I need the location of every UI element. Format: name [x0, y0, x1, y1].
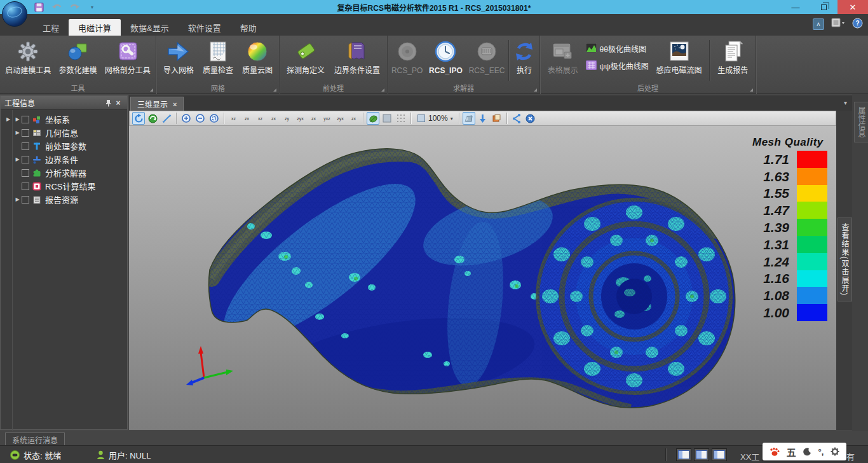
- close-view-button[interactable]: [524, 112, 537, 125]
- ime-mode-label[interactable]: 五: [787, 445, 796, 459]
- close-button[interactable]: ✕: [837, 0, 868, 14]
- group-expand-icon[interactable]: [273, 88, 276, 92]
- tree-checkbox[interactable]: [22, 156, 29, 163]
- clip-plane-button[interactable]: [463, 112, 475, 125]
- viewport-3d[interactable]: Mesh Quality 1.71 1.63 1.55 1.47 1.39 1.…: [129, 126, 836, 430]
- chevron-right-icon[interactable]: ▶: [13, 116, 22, 122]
- collapse-ribbon-button[interactable]: ˄: [813, 18, 824, 30]
- tree-checkbox[interactable]: [22, 142, 29, 150]
- pin-icon[interactable]: [103, 98, 113, 108]
- layout-left-panel-button[interactable]: [676, 448, 691, 461]
- tree-checkbox[interactable]: [22, 169, 29, 177]
- view-orientation-button[interactable]: zx: [308, 112, 320, 125]
- main-area: 工程信息 × ▶ ▶ 坐标系 ▶: [0, 94, 868, 431]
- zoom-fit-button[interactable]: [208, 112, 220, 125]
- quality-cloud-button[interactable]: 质量云图: [240, 38, 275, 76]
- tab-overflow-icon[interactable]: ▾: [844, 99, 847, 106]
- chevron-right-icon[interactable]: ▶: [3, 116, 13, 122]
- shaded-view-button[interactable]: [367, 112, 379, 125]
- ime-moon-icon: [803, 448, 811, 456]
- layout-left-wide-panel-button[interactable]: [694, 448, 709, 461]
- ribbon-tab-help[interactable]: 帮助: [231, 19, 266, 36]
- solver-rcs-ipo-button[interactable]: RCS_IPO: [426, 38, 465, 76]
- parametric-modeling-button[interactable]: 参数化建模: [56, 38, 99, 76]
- tree-checkbox[interactable]: [22, 129, 29, 137]
- tree-checkbox[interactable]: [22, 196, 29, 204]
- boundary-settings-button[interactable]: 边界条件设置: [332, 38, 383, 76]
- execute-button[interactable]: 执行: [510, 38, 538, 76]
- tree-item-rcs-results[interactable]: RCS计算结果: [1, 179, 127, 193]
- legend-row: 1.16: [752, 270, 827, 287]
- tree-item-report-resources[interactable]: ▶ 报告资源: [1, 193, 127, 206]
- ribbon-tab-data-display[interactable]: 数据&显示: [121, 19, 179, 36]
- display-style-button[interactable]: [831, 17, 846, 31]
- view-orientation-button[interactable]: zyx: [294, 112, 306, 125]
- group-expand-icon[interactable]: [750, 88, 753, 92]
- view-orientation-button[interactable]: xz: [254, 112, 266, 125]
- pan-view-button[interactable]: [160, 112, 173, 125]
- results-collapsed-tab[interactable]: 查看结果(双击展开): [837, 218, 852, 301]
- drop-down-view-button[interactable]: [477, 112, 489, 125]
- properties-collapsed-tab[interactable]: 属性信息: [854, 102, 868, 142]
- ribbon-group-preprocess: 探测角定义 边界条件设置 前处理: [280, 36, 388, 94]
- solver-rcs-po-button[interactable]: RCS_PO: [389, 38, 425, 76]
- chevron-right-icon[interactable]: ▶: [13, 130, 22, 135]
- grid-points-button[interactable]: [395, 112, 407, 125]
- group-expand-icon[interactable]: [381, 88, 384, 92]
- layout-left-narrow-panel-button[interactable]: [712, 448, 727, 461]
- close-panel-icon[interactable]: ×: [113, 98, 123, 108]
- tree-item-geometry-info[interactable]: ▶ 几何信息: [1, 126, 127, 139]
- restore-button[interactable]: [810, 0, 837, 14]
- generate-report-button[interactable]: 生成报告: [715, 38, 750, 76]
- group-expand-icon[interactable]: [150, 88, 153, 92]
- ribbon-tab-settings[interactable]: 软件设置: [179, 19, 231, 36]
- tree-item-boundary-conditions[interactable]: ▶ 边界条件: [1, 153, 127, 166]
- induced-current-map-button[interactable]: 感应电磁流图: [654, 38, 705, 76]
- zoom-level-control[interactable]: 100% ▾: [414, 114, 456, 123]
- tree-checkbox[interactable]: [22, 183, 29, 190]
- tab-3d-display[interactable]: 三维显示 ×: [130, 97, 184, 111]
- circle-square-icon: [66, 38, 89, 65]
- ime-punctuation-label[interactable]: °,: [818, 447, 824, 457]
- minimize-button[interactable]: —: [782, 0, 810, 14]
- import-mesh-button[interactable]: 导入网格: [161, 38, 196, 76]
- probe-angle-button[interactable]: 探测角定义: [284, 38, 327, 76]
- ribbon-tab-em-compute[interactable]: 电磁计算: [69, 19, 121, 36]
- quality-check-button[interactable]: 质量检查: [200, 38, 236, 76]
- psi-polarization-curve-button[interactable]: ψψ极化曲线图: [586, 60, 649, 73]
- solver-rcs-eec-button[interactable]: RCS_EEC: [466, 38, 508, 76]
- tab-close-icon[interactable]: ×: [173, 100, 177, 108]
- copy-view-button[interactable]: [491, 112, 503, 125]
- view-orientation-button[interactable]: zyx: [334, 112, 346, 125]
- zoom-in-button[interactable]: [180, 112, 193, 125]
- theta-polarization-curve-button[interactable]: θθ极化曲线图: [586, 43, 649, 55]
- tree-item-preprocess-params[interactable]: 前处理参数: [1, 139, 127, 153]
- view-orientation-button[interactable]: xz: [227, 112, 240, 125]
- chevron-right-icon[interactable]: ▶: [13, 156, 22, 162]
- help-button[interactable]: ?: [852, 18, 863, 31]
- system-message-tab[interactable]: 系统运行消息: [5, 432, 65, 445]
- group-expand-icon[interactable]: [534, 88, 537, 92]
- ribbon-tab-project[interactable]: 工程: [33, 19, 69, 36]
- tree-item-coordinate-system[interactable]: ▶ ▶ 坐标系: [1, 113, 127, 126]
- view-orientation-button[interactable]: zx: [348, 112, 360, 125]
- rotate-view-button[interactable]: [132, 112, 145, 125]
- tree-item-analysis-solver[interactable]: 分析求解器: [1, 166, 127, 179]
- chevron-right-icon[interactable]: ▶: [13, 197, 22, 202]
- launch-modeler-button[interactable]: 启动建模工具: [3, 38, 53, 76]
- tree-checkbox[interactable]: [22, 116, 29, 123]
- mesh-tool-button[interactable]: 网格剖分工具: [102, 38, 153, 76]
- legend-row: 1.63: [752, 168, 827, 185]
- copyright-text-right: 有: [846, 450, 855, 462]
- orbit-view-button[interactable]: [146, 112, 159, 125]
- wireframe-view-button[interactable]: [381, 112, 393, 125]
- view-orientation-button[interactable]: zx: [268, 112, 280, 125]
- ime-toolbar[interactable]: 五 °,: [763, 443, 846, 460]
- zoom-out-button[interactable]: [194, 112, 207, 125]
- view-orientation-button[interactable]: zx: [241, 112, 253, 125]
- view-orientation-button[interactable]: yxz: [321, 112, 333, 125]
- table-window-icon: [551, 38, 575, 65]
- flow-share-button[interactable]: [510, 112, 523, 125]
- table-display-button[interactable]: 表格展示: [545, 38, 581, 76]
- view-orientation-button[interactable]: zy: [281, 112, 293, 125]
